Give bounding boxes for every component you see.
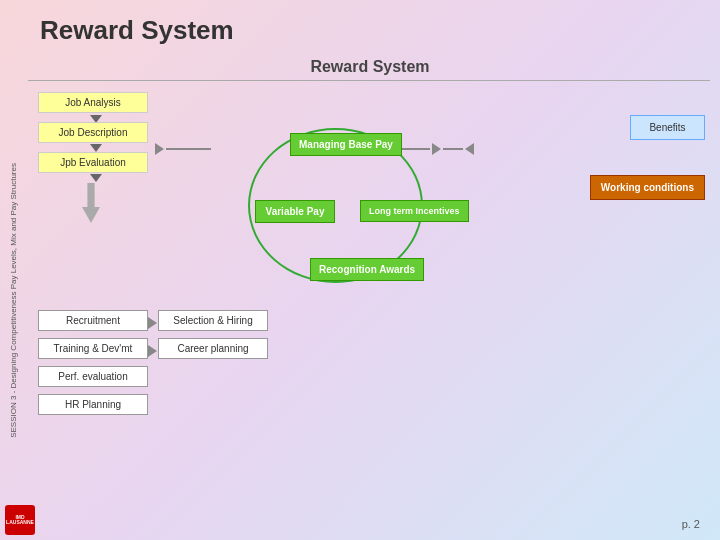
arrow-left-icon (465, 143, 474, 155)
arrow-right-3 (148, 317, 157, 329)
arrow-right-icon-2 (432, 143, 441, 155)
arrow-down-3 (90, 174, 102, 182)
arrow-train-career (148, 345, 157, 357)
working-conditions-box: Working conditions (590, 175, 705, 200)
recruitment-box: Recruitment (38, 310, 148, 331)
perf-evaluation-box: Perf. evaluation (38, 366, 148, 387)
long-term-box: Long term Incentives (360, 200, 469, 222)
big-arrow-down (82, 183, 100, 223)
hr-planning-box: HR Planning (38, 394, 148, 415)
selection-box: Selection & Hiring (158, 310, 268, 331)
career-planning-box: Career planning (158, 338, 268, 359)
training-box: Training & Dev'mt (38, 338, 148, 359)
sidebar: SESSION 3 - Designing Competitiveness Pa… (0, 80, 28, 520)
variable-pay-box: Variable Pay (255, 200, 335, 223)
divider-line (28, 80, 710, 81)
main-title: Reward System (40, 15, 234, 46)
managing-base-pay-box: Managing Base Pay (290, 133, 402, 156)
logo-text: IMD LAUSANNE (5, 515, 35, 526)
left-arrow-area (155, 143, 211, 155)
job-evaluation-box: Jpb Evaluation (38, 152, 148, 173)
arrow-down-2 (90, 144, 102, 152)
sidebar-text: SESSION 3 - Designing Competitiveness Pa… (9, 163, 19, 438)
page-number: p. 2 (682, 518, 700, 530)
arrow-recruit-select (148, 317, 157, 329)
job-description-box: Job Description (38, 122, 148, 143)
page-container: Reward System Reward System SESSION 3 - … (0, 0, 720, 540)
recognition-box: Recognition Awards (310, 258, 424, 281)
arrow-right-4 (148, 345, 157, 357)
sub-title: Reward System (40, 58, 700, 76)
benefits-box: Benefits (630, 115, 705, 140)
job-analysis-box: Job Analysis (38, 92, 148, 113)
arrow-right-icon (155, 143, 164, 155)
logo: IMD LAUSANNE (5, 505, 35, 535)
